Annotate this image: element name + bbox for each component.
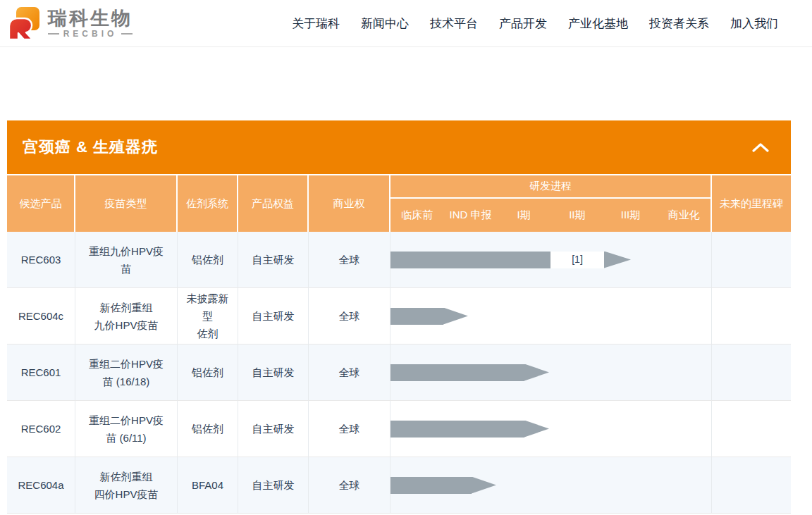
table-row-rec601: REC601 重组二价HPV疫 苗 (16/18) 铝佐剂 自主研发 全球 — [7, 345, 791, 401]
cell-milestone — [712, 401, 791, 457]
col-header-product: 候选产品 — [7, 175, 75, 232]
stage-ind-filing: IND 申报 — [444, 209, 498, 222]
col-header-commercial: 商业权 — [309, 175, 390, 232]
cell-rights: 自主研发 — [238, 288, 309, 344]
nav-item-careers[interactable]: 加入我们 — [730, 15, 778, 32]
cell-progress — [390, 288, 712, 344]
progress-arrow: [1] — [390, 232, 631, 287]
cell-milestone — [712, 232, 791, 287]
cell-commercial: 全球 — [309, 232, 390, 287]
nav-item-news[interactable]: 新闻中心 — [361, 15, 409, 32]
progress-group-label: 研发进程 — [390, 175, 710, 199]
progress-arrow — [390, 401, 549, 457]
cell-milestone — [712, 345, 791, 400]
cell-adjuvant: 铝佐剂 — [178, 232, 238, 287]
nav-item-products[interactable]: 产品开发 — [499, 15, 547, 32]
nav-item-industrial[interactable]: 产业化基地 — [568, 15, 628, 32]
col-header-progress-group: 研发进程 临床前 IND 申报 I期 II期 III期 商业化 — [390, 175, 712, 232]
cell-type: 新佐剂重组 四价HPV疫苗 — [75, 457, 178, 513]
cell-adjuvant: BFA04 — [178, 457, 238, 513]
pipeline-panel: 宫颈癌 & 生殖器疣 候选产品 疫苗类型 佐剂系统 产品权益 商业权 研发进程 … — [7, 120, 791, 514]
cell-adjuvant: 铝佐剂 — [178, 401, 238, 457]
cell-adjuvant: 铝佐剂 — [178, 345, 238, 400]
cell-product: REC601 — [7, 345, 75, 400]
cell-product: REC602 — [7, 401, 75, 457]
cell-type: 新佐剂重组 九价HPV疫苗 — [75, 288, 178, 344]
cell-rights: 自主研发 — [238, 232, 309, 287]
chevron-up-icon[interactable] — [751, 142, 770, 153]
col-header-type: 疫苗类型 — [75, 175, 178, 232]
nav-item-technology[interactable]: 技术平台 — [430, 15, 478, 32]
cell-commercial: 全球 — [309, 345, 390, 400]
page: 瑞科生物 RECBIO 关于瑞科 新闻中心 技术平台 产品开发 产业化基地 投资… — [0, 0, 812, 515]
cell-type: 重组二价HPV疫 苗 (16/18) — [75, 345, 178, 400]
cell-product: REC604a — [7, 457, 75, 513]
col-header-milestone: 未来的里程碑 — [712, 175, 791, 232]
progress-segment-bar — [390, 252, 550, 268]
logo[interactable]: 瑞科生物 RECBIO — [7, 7, 133, 39]
table-row-rec604a: REC604a 新佐剂重组 四价HPV疫苗 BFA04 自主研发 全球 — [7, 457, 791, 514]
cell-commercial: 全球 — [309, 288, 390, 344]
panel-title-bar[interactable]: 宫颈癌 & 生殖器疣 — [7, 120, 791, 174]
cell-progress — [390, 457, 712, 513]
progress-segment-head — [443, 308, 468, 325]
cell-progress — [390, 401, 712, 457]
cell-type: 重组二价HPV疫 苗 (6/11) — [75, 401, 178, 457]
progress-segment-bar — [390, 364, 524, 381]
table-row-rec603: REC603 重组九价HPV疫 苗 铝佐剂 自主研发 全球 [1] — [7, 232, 791, 288]
cell-product: REC604c — [7, 288, 75, 344]
progress-segment-head — [524, 364, 549, 381]
progress-segment-note: [1] — [550, 252, 604, 268]
progress-arrow — [390, 288, 468, 344]
cell-rights: 自主研发 — [238, 457, 309, 513]
stage-phase1: I期 — [497, 209, 550, 222]
progress-segment-bar — [390, 308, 443, 325]
cell-commercial: 全球 — [309, 457, 390, 513]
progress-arrow — [390, 457, 496, 513]
main-nav: 关于瑞科 新闻中心 技术平台 产品开发 产业化基地 投资者关系 加入我们 — [292, 15, 778, 32]
progress-arrow — [390, 345, 549, 400]
table-row-rec602: REC602 重组二价HPV疫 苗 (6/11) 铝佐剂 自主研发 全球 — [7, 401, 791, 457]
site-header: 瑞科生物 RECBIO 关于瑞科 新闻中心 技术平台 产品开发 产业化基地 投资… — [0, 0, 812, 47]
table-header-row: 候选产品 疫苗类型 佐剂系统 产品权益 商业权 研发进程 临床前 IND 申报 … — [7, 174, 791, 232]
table-body: REC603 重组九价HPV疫 苗 铝佐剂 自主研发 全球 [1] REC604… — [7, 232, 791, 514]
cell-product: REC603 — [7, 232, 75, 287]
cell-rights: 自主研发 — [238, 401, 309, 457]
cell-rights: 自主研发 — [238, 345, 309, 400]
logo-name-en: RECBIO — [48, 29, 133, 39]
progress-segment-bar — [390, 477, 472, 494]
cell-milestone — [712, 457, 791, 513]
cell-progress: [1] — [390, 232, 712, 287]
cell-milestone — [712, 288, 791, 344]
stage-preclinical: 临床前 — [390, 209, 444, 222]
progress-segment-bar — [390, 421, 524, 438]
stage-phase2: II期 — [550, 209, 604, 222]
progress-segment-head — [524, 421, 549, 438]
cell-progress — [390, 345, 712, 400]
progress-stages: 临床前 IND 申报 I期 II期 III期 商业化 — [390, 199, 710, 232]
logo-text: 瑞科生物 RECBIO — [48, 8, 133, 39]
logo-mark-icon — [7, 7, 39, 39]
progress-segment-head — [472, 477, 496, 494]
cell-commercial: 全球 — [309, 401, 390, 457]
col-header-adjuvant: 佐剂系统 — [178, 175, 238, 232]
progress-segment-head — [604, 252, 631, 268]
panel-title: 宫颈癌 & 生殖器疣 — [23, 137, 158, 158]
logo-name-cn: 瑞科生物 — [48, 8, 133, 29]
cell-type: 重组九价HPV疫 苗 — [75, 232, 178, 287]
pipeline-table: 候选产品 疫苗类型 佐剂系统 产品权益 商业权 研发进程 临床前 IND 申报 … — [7, 174, 791, 514]
nav-item-investors[interactable]: 投资者关系 — [649, 15, 709, 32]
cell-adjuvant: 未披露新型 佐剂 — [178, 288, 238, 344]
table-row-rec604c: REC604c 新佐剂重组 九价HPV疫苗 未披露新型 佐剂 自主研发 全球 — [7, 288, 791, 345]
stage-phase3: III期 — [604, 209, 658, 222]
stage-commercialized: 商业化 — [657, 209, 710, 222]
nav-item-about[interactable]: 关于瑞科 — [292, 15, 340, 32]
col-header-rights: 产品权益 — [238, 175, 309, 232]
